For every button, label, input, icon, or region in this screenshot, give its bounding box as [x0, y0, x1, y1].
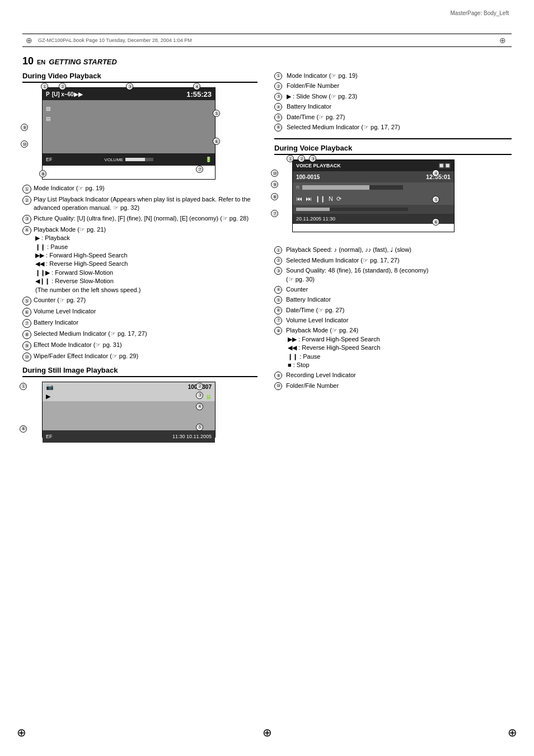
voice-level-row: R [293, 182, 454, 192]
voice-ch: R [296, 185, 300, 190]
list-item: ⑦ Volume Level Indicator [274, 316, 512, 325]
vn-2: ② [274, 257, 282, 265]
item-10-text: Wipe/Fader Effect Indicator (☞ pg. 29) [34, 352, 257, 360]
vid-effect-body: ▤ [46, 116, 51, 121]
list-item: ② Folder/File Number [274, 82, 512, 90]
vn-item-8: Playback Mode (☞ pg. 24) ▶▶ : Forward Hi… [286, 326, 512, 369]
vn-6: ⑥ [274, 307, 282, 314]
list-item: ⑤ Counter (☞ pg. 27) [22, 296, 257, 306]
item-6-text: Volume Level Indicator [34, 307, 257, 316]
vc-callout-8: ⑧ [271, 193, 278, 200]
still-callout-4: ④ [196, 403, 203, 410]
vid-callout-4: ④ [193, 83, 200, 90]
vid-callout-10: ⑩ [21, 140, 28, 148]
voice-diagram-wrap: ① ② ③ ④ ⑤ ⑥ ⑦ ⑧ ⑨ ⑩ VOICE PLAYBACK 🔲🔲 [281, 159, 455, 237]
vn-4: ④ [274, 286, 282, 294]
rc-num-4: ④ [274, 103, 282, 111]
page-lang: EN [37, 59, 45, 65]
list-item: ⑥ Volume Level Indicator [22, 307, 257, 317]
list-item: ② Play List Playback Indicator (Appears … [22, 195, 257, 213]
vid-ef-label: EF [46, 157, 53, 162]
vid-timecode: 1:55:23 [186, 90, 212, 98]
list-item: ⑥ Date/Time (☞ pg. 27) [274, 306, 512, 314]
left-column: During Video Playback ① ② ③ ④ ⑤ ⑥ ⑦ ⑧ [22, 72, 257, 447]
right-column: ① Mode Indicator (☞ pg. 19) ② Folder/Fil… [274, 72, 512, 447]
footer-crosshair-right: ⊕ [508, 726, 517, 739]
still-diagram-wrap: ① ② ③ ④ ⑤ ⑥ 📷 100-0307 ▶ 🔋 [31, 382, 216, 442]
vn-item-1: Playback Speed: ♪ (normal), ♪♪ (fast), ♩… [286, 246, 512, 254]
still-battery-bar: 🔋 [205, 394, 212, 400]
still-play-icon: ▶ [46, 393, 50, 400]
still-callout-5: ⑤ [196, 424, 203, 431]
vid-callout-9: ⑨ [21, 124, 28, 131]
item-2-text: Play List Playback Indicator (Appears wh… [34, 195, 257, 213]
vn-1: ① [274, 246, 282, 254]
rc-item-1: Mode Indicator (☞ pg. 19) [287, 72, 358, 80]
still-datetime: 11:30 10.11.2005 [172, 434, 212, 439]
print-line-text: GZ-MC100PAL.book Page 10 Tuesday, Decemb… [38, 37, 192, 43]
page-footer: ⊕ ⊕ ⊕ [0, 726, 534, 739]
list-item: ⑧ Selected Medium Indicator (☞ pg. 17, 2… [22, 330, 257, 339]
still-callout-6: ⑥ [20, 425, 27, 433]
list-item: ③ ▶ : Slide Show (☞ pg. 23) [274, 92, 512, 101]
voice-num-list: ① Playback Speed: ♪ (normal), ♪♪ (fast),… [274, 246, 512, 390]
still-callout-1: ① [20, 383, 27, 390]
vc-callout-9: ⑨ [271, 181, 278, 188]
rc-item-6: Selected Medium Indicator (☞ pg. 17, 27) [287, 123, 400, 132]
list-item: ② Selected Medium Indicator (☞ pg. 17, 2… [274, 256, 512, 265]
still-bottom-bar: EF 11:30 10.11.2005 [43, 430, 215, 443]
footer-crosshair-center: ⊕ [263, 726, 272, 739]
still-body [43, 401, 215, 430]
list-item: ① Mode Indicator (☞ pg. 19) [274, 72, 512, 80]
item-9-text: Effect Mode Indicator (☞ pg. 31) [34, 341, 257, 349]
voice-ctrl-1: ⏮ [296, 195, 302, 202]
voice-file-num: 100-0015 [296, 174, 320, 180]
vid-callout-6: ⑥ [213, 138, 220, 145]
list-item: ③ Sound Quality: 48 (fine), 16 (standard… [274, 266, 512, 284]
page-title: GETTING STARTED [49, 58, 117, 66]
list-item: ⑨ Recording Level Indicator [274, 371, 512, 379]
crosshair-left [26, 36, 35, 45]
voice-level-fill [302, 185, 369, 190]
num-2: ② [22, 196, 31, 205]
vid-callout-5: ⑤ [213, 110, 220, 117]
footer-crosshair-left: ⊕ [17, 726, 26, 739]
still-diagram: 📷 100-0307 ▶ 🔋 EF 11:30 10.11.2005 [42, 382, 216, 438]
list-item: ① Playback Speed: ♪ (normal), ♪♪ (fast),… [274, 246, 512, 254]
rc-num-1: ① [274, 72, 282, 80]
num-3: ③ [22, 215, 31, 224]
video-num-list: ① Mode Indicator (☞ pg. 19) ② Play List … [22, 184, 257, 361]
vid-quality: [U] x–60▶▶ [52, 91, 83, 97]
item-7-text: Battery Indicator [34, 318, 257, 327]
video-playback-heading: During Video Playback [22, 72, 257, 83]
list-item: ⑩ Wipe/Fader Effect Indicator (☞ pg. 29) [22, 352, 257, 361]
voice-date-row: 20.11.2005 11:30 [293, 214, 454, 224]
num-7: ⑦ [22, 319, 31, 328]
voice-ctrl-5: ⟳ [336, 195, 341, 203]
voice-level-bar [302, 185, 403, 190]
vn-item-4: Counter [286, 285, 512, 294]
item-4-text: Playback Mode (☞ pg. 21) ▶ : Playback ❙❙… [34, 226, 257, 294]
list-item: ④ Battery Indicator [274, 102, 512, 111]
vn-10: ⑩ [274, 382, 282, 390]
voice-file-row: 100-0015 12:55:01 [293, 171, 454, 182]
two-col-layout: During Video Playback ① ② ③ ④ ⑤ ⑥ ⑦ ⑧ [22, 72, 512, 447]
video-diagram: P [U] x–60▶▶ 1:55:23 ▧ ▤ [42, 87, 216, 180]
item-5-text: Counter (☞ pg. 27) [34, 296, 257, 304]
voice-ctrl-4: N [329, 195, 333, 202]
num-1: ① [22, 185, 31, 194]
vn-8: ⑧ [274, 327, 282, 335]
vid-callout-7: ⑦ [196, 166, 203, 173]
voice-vol-row [293, 205, 454, 214]
vid-callout-8: ⑧ [39, 170, 46, 177]
rc-item-2: Folder/File Number [287, 82, 339, 90]
list-item: ① Mode Indicator (☞ pg. 19) [22, 184, 257, 194]
list-item: ⑩ Folder/File Number [274, 382, 512, 390]
rc-num-3: ③ [274, 93, 282, 101]
vn-item-5: Battery Indicator [286, 295, 512, 304]
list-item: ③ Picture Quality: [U] (ultra fine), [F]… [22, 214, 257, 224]
list-item: ⑤ Date/Time (☞ pg. 27) [274, 113, 512, 121]
vid-battery: 🔋 [205, 157, 212, 162]
voice-ctrl-3: ❙❙ [315, 195, 325, 203]
vc-callout-7: ⑦ [271, 210, 278, 217]
